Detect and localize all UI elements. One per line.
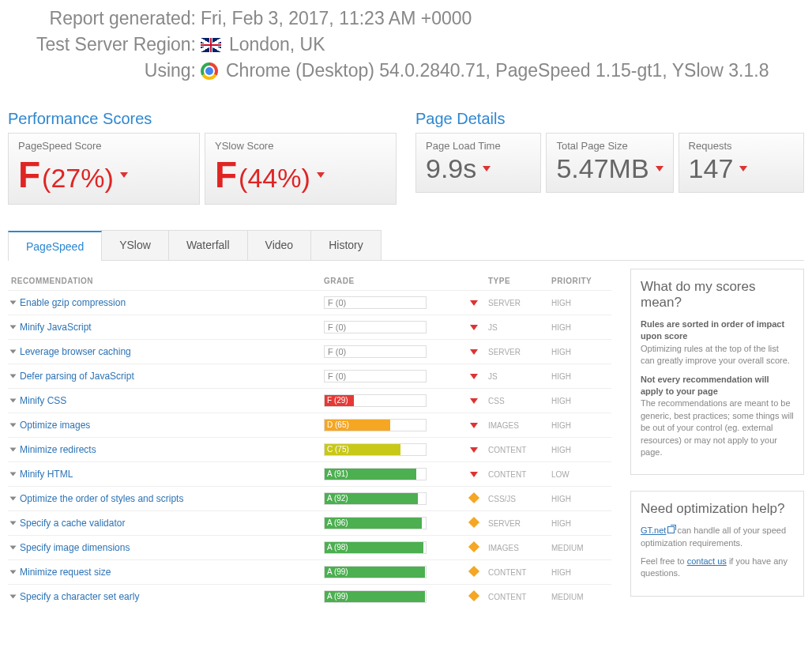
page-size-card[interactable]: Total Page Size 5.47MB (546, 133, 673, 193)
grade-fill: A (99) (325, 567, 425, 578)
chevron-down-icon (483, 166, 491, 171)
expand-toggle-icon[interactable] (10, 424, 17, 428)
yslow-pct: (44%) (239, 163, 310, 194)
expand-toggle-icon[interactable] (10, 473, 17, 477)
expand-toggle-icon[interactable] (10, 326, 17, 330)
table-row[interactable]: Minify HTMLA (91)CONTENTLOW (8, 462, 611, 487)
chevron-down-icon (470, 472, 478, 477)
type-cell: IMAGES (485, 413, 548, 438)
page-details-title: Page Details (415, 110, 804, 128)
chevron-down-icon (470, 423, 478, 428)
diamond-icon (468, 590, 479, 601)
grade-fill: A (92) (325, 493, 418, 504)
grade-bar: F (29) (324, 394, 427, 407)
table-row[interactable]: Specify a character set earlyA (99)CONTE… (8, 585, 611, 609)
yslow-score-card[interactable]: YSlow Score F (44%) (205, 133, 397, 205)
grade-fill: D (65) (325, 420, 390, 431)
type-cell: CONTENT (485, 560, 548, 585)
tab-pagespeed[interactable]: PageSpeed (8, 231, 102, 261)
recommendation-link[interactable]: Minify JavaScript (20, 322, 92, 333)
table-row[interactable]: Optimize imagesD (65)IMAGESHIGH (8, 413, 611, 438)
priority-cell: HIGH (548, 560, 611, 585)
table-row[interactable]: Defer parsing of JavaScriptF (0)JSHIGH (8, 364, 611, 389)
table-row[interactable]: Minify CSSF (29)CSSHIGH (8, 389, 611, 413)
recommendation-link[interactable]: Specify a cache validator (20, 518, 125, 529)
using-value: Chrome (Desktop) 54.0.2840.71, PageSpeed… (226, 60, 769, 81)
requests-value: 147 (689, 153, 734, 184)
type-cell: IMAGES (485, 536, 548, 560)
priority-cell: MEDIUM (548, 536, 611, 560)
table-row[interactable]: Minify JavaScriptF (0)JSHIGH (8, 315, 611, 340)
requests-card[interactable]: Requests 147 (679, 133, 804, 193)
recommendation-link[interactable]: Specify image dimensions (20, 542, 130, 553)
priority-cell: HIGH (548, 413, 611, 438)
expand-toggle-icon[interactable] (10, 571, 17, 574)
gtnet-link[interactable]: GT.net (641, 526, 666, 535)
table-row[interactable]: Specify a cache validatorA (96)SERVERHIG… (8, 511, 611, 536)
type-cell: SERVER (485, 511, 548, 536)
grade-bar: C (75) (324, 443, 427, 456)
expand-toggle-icon[interactable] (10, 546, 17, 550)
grade-text: F (0) (325, 297, 346, 308)
chevron-down-icon (470, 325, 478, 330)
priority-cell: HIGH (548, 511, 611, 536)
recommendation-link[interactable]: Enable gzip compression (20, 297, 126, 308)
tab-video[interactable]: Video (247, 230, 312, 260)
table-row[interactable]: Optimize the order of styles and scripts… (8, 487, 611, 511)
grade-fill: F (29) (325, 395, 354, 406)
grade-bar: F (0) (324, 345, 427, 358)
tab-history[interactable]: History (310, 230, 382, 260)
recommendation-link[interactable]: Leverage browser caching (20, 346, 131, 357)
table-row[interactable]: Enable gzip compressionF (0)SERVERHIGH (8, 291, 611, 315)
type-cell: CONTENT (485, 462, 548, 487)
priority-cell: MEDIUM (548, 585, 611, 609)
priority-cell: HIGH (548, 291, 611, 315)
report-meta: Report generated: Fri, Feb 3, 2017, 11:2… (0, 0, 812, 110)
scores-help-strong1: Rules are sorted in order of impact upon… (641, 319, 784, 341)
recommendation-link[interactable]: Minify HTML (20, 469, 73, 480)
expand-toggle-icon[interactable] (10, 448, 17, 452)
pagespeed-score-card[interactable]: PageSpeed Score F (27%) (8, 133, 200, 205)
scores-help-box: What do my scores mean? Rules are sorted… (630, 269, 804, 475)
pagespeed-grade: F (18, 153, 40, 196)
region-label: Test Server Region: (8, 34, 201, 55)
expand-toggle-icon[interactable] (10, 399, 17, 403)
table-row[interactable]: Minimize redirectsC (75)CONTENTHIGH (8, 438, 611, 462)
yslow-grade: F (215, 153, 237, 196)
recommendation-link[interactable]: Specify a character set early (20, 591, 139, 602)
table-row[interactable]: Leverage browser cachingF (0)SERVERHIGH (8, 340, 611, 364)
expand-toggle-icon[interactable] (10, 497, 17, 501)
expand-toggle-icon[interactable] (10, 301, 17, 305)
scores-help-strong2: Not every recommendation will apply to y… (641, 375, 769, 396)
recommendation-link[interactable]: Minify CSS (20, 395, 66, 406)
diamond-icon (468, 541, 479, 552)
using-label: Using: (8, 60, 201, 81)
tab-waterfall[interactable]: Waterfall (168, 230, 248, 260)
contact-us-link[interactable]: contact us (687, 556, 727, 566)
expand-toggle-icon[interactable] (10, 522, 17, 526)
col-type: TYPE (485, 269, 548, 291)
pagespeed-pct: (27%) (42, 163, 114, 194)
recommendation-link[interactable]: Minimize request size (20, 567, 111, 578)
expand-toggle-icon[interactable] (10, 595, 17, 599)
expand-toggle-icon[interactable] (10, 350, 17, 354)
diamond-icon (468, 566, 479, 577)
grade-bar: A (96) (324, 517, 427, 529)
tab-yslow[interactable]: YSlow (101, 230, 169, 260)
opt-help-text2a: Feel free to (641, 556, 687, 566)
priority-cell: HIGH (548, 364, 611, 389)
table-row[interactable]: Specify image dimensionsA (98)IMAGESMEDI… (8, 536, 611, 560)
yslow-label: YSlow Score (215, 140, 386, 152)
type-cell: JS (485, 315, 548, 340)
chevron-down-icon (470, 300, 478, 306)
recommendation-link[interactable]: Optimize the order of styles and scripts (20, 493, 183, 504)
table-row[interactable]: Minimize request sizeA (99)CONTENTHIGH (8, 560, 611, 585)
grade-fill: A (98) (325, 542, 423, 553)
load-time-card[interactable]: Page Load Time 9.9s (415, 133, 541, 193)
expand-toggle-icon[interactable] (10, 375, 17, 379)
recommendation-link[interactable]: Defer parsing of JavaScript (20, 371, 134, 382)
scores-help-text2: The recommendations are meant to be gene… (641, 398, 794, 457)
recommendation-link[interactable]: Optimize images (20, 420, 90, 431)
col-grade: GRADE (321, 269, 463, 291)
recommendation-link[interactable]: Minimize redirects (20, 444, 96, 455)
